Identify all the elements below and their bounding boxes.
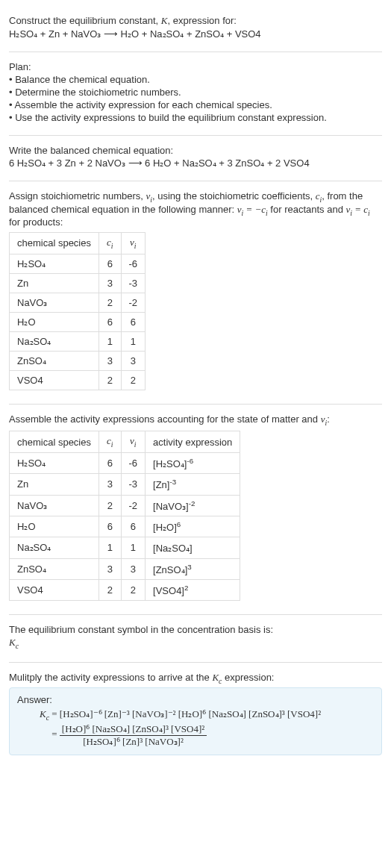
answer-fraction: [H₂O]⁶ [Na₂SO₄] [ZnSO₄]³ [VSO4]² [H₂SO₄]… bbox=[60, 723, 207, 747]
cell-ci: 6 bbox=[99, 312, 122, 331]
cell-nui: 2 bbox=[121, 370, 146, 390]
assemble-a: Assemble the activity expressions accoun… bbox=[9, 413, 321, 425]
balanced-section: Write the balanced chemical equation: 6 … bbox=[9, 137, 382, 179]
table-row: H₂O66[H₂O]6 bbox=[10, 516, 240, 537]
cell-species: NaVO₃ bbox=[10, 293, 99, 312]
nu-eq-neg-c: νi = −ci bbox=[237, 204, 268, 215]
cell-species: NaVO₃ bbox=[10, 495, 99, 516]
symbol-line: The equilibrium constant symbol in the c… bbox=[9, 624, 382, 635]
cell-species: Na₂SO₄ bbox=[10, 331, 99, 351]
cell-species: H₂O bbox=[10, 516, 99, 537]
cell-nui: 1 bbox=[121, 331, 146, 351]
table-row: Na₂SO₄11 bbox=[10, 331, 146, 351]
cell-nui: 6 bbox=[121, 516, 146, 537]
assign-d: for reactants and bbox=[268, 204, 346, 215]
assign-e: for products: bbox=[9, 216, 63, 228]
cell-species: ZnSO₄ bbox=[10, 558, 99, 579]
cell-ci: 3 bbox=[99, 351, 122, 370]
cell-ci: 2 bbox=[99, 579, 122, 600]
cell-activity: [H₂O]6 bbox=[146, 516, 240, 537]
cell-ci: 1 bbox=[99, 537, 122, 558]
divider bbox=[9, 662, 382, 663]
table-row: Zn3-3[Zn]-3 bbox=[10, 474, 240, 495]
cell-nui: -2 bbox=[121, 495, 146, 516]
col-ci: ci bbox=[99, 233, 122, 255]
activity-table: chemical species ci νi activity expressi… bbox=[9, 431, 240, 601]
cell-activity: [VSO4]2 bbox=[146, 579, 240, 600]
cell-nui: -6 bbox=[121, 254, 146, 273]
answer-body: Kc = [H₂SO₄]⁻⁶ [Zn]⁻³ [NaVO₃]⁻² [H₂O]⁶ [… bbox=[17, 708, 374, 747]
cell-ci: 6 bbox=[99, 452, 122, 473]
cell-species: ZnSO₄ bbox=[10, 351, 99, 370]
cell-activity: [NaVO₃]-2 bbox=[146, 495, 240, 516]
table-row: Zn3-3 bbox=[10, 273, 146, 293]
intro-text-b: , expression for: bbox=[167, 15, 237, 26]
table-row: ZnSO₄33 bbox=[10, 351, 146, 370]
cell-ci: 2 bbox=[99, 370, 122, 390]
cell-ci: 3 bbox=[99, 273, 122, 293]
divider bbox=[9, 181, 382, 181]
answer-box: Answer: Kc = [H₂SO₄]⁻⁶ [Zn]⁻³ [NaVO₃]⁻² … bbox=[9, 687, 382, 755]
col-nui: νi bbox=[121, 233, 146, 255]
table-row: Na₂SO₄11[Na₂SO₄] bbox=[10, 537, 240, 558]
answer-line-1: Kc = [H₂SO₄]⁻⁶ [Zn]⁻³ [NaVO₃]⁻² [H₂O]⁶ [… bbox=[40, 708, 374, 722]
assign-a: Assign stoichiometric numbers, bbox=[9, 190, 146, 202]
assign-section: Assign stoichiometric numbers, νi, using… bbox=[9, 183, 382, 402]
table-row: ZnSO₄33[ZnSO₄]3 bbox=[10, 558, 240, 579]
table-row: chemical species ci νi activity expressi… bbox=[10, 431, 240, 453]
table-row: VSO422[VSO4]2 bbox=[10, 579, 240, 600]
plan-title: Plan: bbox=[9, 61, 382, 72]
cell-species: VSO4 bbox=[10, 579, 99, 600]
balanced-reaction: 6 H₂SO₄ + 3 Zn + 2 NaVO₃ ⟶ 6 H₂O + Na₂SO… bbox=[9, 157, 382, 169]
assign-text: Assign stoichiometric numbers, νi, using… bbox=[9, 190, 382, 228]
multiply-line: Mulitply the activity expressions to arr… bbox=[9, 672, 382, 685]
cell-nui: -6 bbox=[121, 452, 146, 473]
table-row: NaVO₃2-2[NaVO₃]-2 bbox=[10, 495, 240, 516]
cell-nui: 2 bbox=[121, 579, 146, 600]
answer-label: Answer: bbox=[17, 694, 374, 705]
cell-nui: -2 bbox=[121, 293, 146, 312]
col-nui: νi bbox=[121, 431, 146, 453]
multiply-a: Mulitply the activity expressions to arr… bbox=[9, 672, 212, 683]
nu-eq-c: νi = ci bbox=[346, 204, 370, 215]
cell-nui: 6 bbox=[121, 312, 146, 331]
cell-species: Na₂SO₄ bbox=[10, 537, 99, 558]
table-row: NaVO₃2-2 bbox=[10, 293, 146, 312]
answer-line-2: Kc = [H₂O]⁶ [Na₂SO₄] [ZnSO₄]³ [VSO4]² [H… bbox=[40, 723, 374, 747]
symbol-section: The equilibrium constant symbol in the c… bbox=[9, 616, 382, 661]
cell-ci: 2 bbox=[99, 293, 122, 312]
cell-activity: [ZnSO₄]3 bbox=[146, 558, 240, 579]
cell-species: VSO4 bbox=[10, 370, 99, 390]
assemble-text: Assemble the activity expressions accoun… bbox=[9, 413, 382, 427]
plan-item: • Assemble the activity expression for e… bbox=[9, 99, 382, 110]
cell-ci: 3 bbox=[99, 474, 122, 495]
cell-activity: [Zn]-3 bbox=[146, 474, 240, 495]
nu-i: νi bbox=[321, 413, 328, 425]
answer-denominator: [H₂SO₄]⁶ [Zn]³ [NaVO₃]² bbox=[60, 735, 207, 748]
cell-nui: 3 bbox=[121, 351, 146, 370]
table-row: H₂SO₄6-6 bbox=[10, 254, 146, 273]
intro-text-a: Construct the equilibrium constant, bbox=[9, 15, 161, 26]
assign-b: , using the stoichiometric coefficients, bbox=[152, 190, 316, 202]
cell-activity: [Na₂SO₄] bbox=[146, 537, 240, 558]
cell-ci: 6 bbox=[99, 254, 122, 273]
kc-symbol: Kc bbox=[212, 672, 222, 683]
cell-species: H₂SO₄ bbox=[10, 254, 99, 273]
table-row: H₂O66 bbox=[10, 312, 146, 331]
cell-ci: 6 bbox=[99, 516, 122, 537]
col-activity: activity expression bbox=[146, 431, 240, 453]
divider bbox=[9, 135, 382, 136]
intro-reaction: H₂SO₄ + Zn + NaVO₃ ⟶ H₂O + Na₂SO₄ + ZnSO… bbox=[9, 28, 382, 40]
assemble-section: Assemble the activity expressions accoun… bbox=[9, 406, 382, 613]
answer-flat: [H₂SO₄]⁻⁶ [Zn]⁻³ [NaVO₃]⁻² [H₂O]⁶ [Na₂SO… bbox=[60, 708, 321, 719]
cell-species: Zn bbox=[10, 273, 99, 293]
plan-item: • Use the activity expressions to build … bbox=[9, 112, 382, 123]
cell-activity: [H₂SO₄]-6 bbox=[146, 452, 240, 473]
plan-section: Plan: • Balance the chemical equation. •… bbox=[9, 54, 382, 134]
divider bbox=[9, 614, 382, 615]
answer-numerator: [H₂O]⁶ [Na₂SO₄] [ZnSO₄]³ [VSO4]² bbox=[60, 723, 207, 735]
plan-item: • Balance the chemical equation. bbox=[9, 74, 382, 85]
multiply-b: expression: bbox=[222, 672, 274, 683]
divider bbox=[9, 404, 382, 405]
plan-item: • Determine the stoichiometric numbers. bbox=[9, 87, 382, 98]
